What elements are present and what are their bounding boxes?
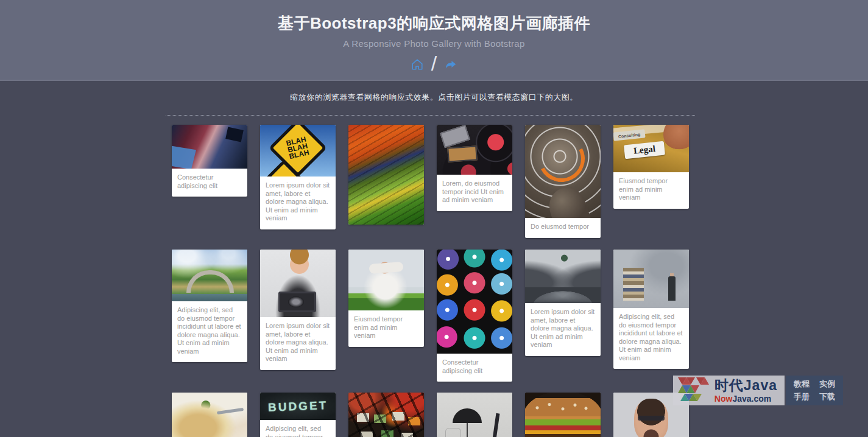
card-caption: Adipiscing elit, sed do eiusmod tempor i… bbox=[260, 420, 336, 437]
header-icon-row: / bbox=[0, 54, 868, 75]
image-blah-road-sign[interactable]: BLAH BLAH BLAH bbox=[260, 125, 336, 177]
card-caption: Eiusmod tempor enim ad minim veniam bbox=[613, 172, 689, 209]
image-boy-with-camera[interactable] bbox=[260, 250, 336, 317]
gallery-card[interactable] bbox=[348, 125, 424, 225]
dotted-divider bbox=[166, 115, 695, 116]
card-caption: Lorem ipsum dolor sit amet, labore et do… bbox=[260, 317, 336, 370]
image-budget-chalkboard[interactable]: BUDGET bbox=[260, 393, 336, 420]
image-jump-over-gap[interactable] bbox=[525, 250, 601, 303]
image-concert-crowd[interactable] bbox=[172, 125, 247, 169]
intro-description: 缩放你的浏览器查看网格的响应式效果。点击图片可以查看模态窗口下的大图。 bbox=[0, 92, 868, 103]
home-icon[interactable] bbox=[411, 58, 424, 71]
page-subtitle: A Responsive Photo Gallery with Bootstra… bbox=[0, 38, 868, 49]
card-caption: Consectetur adipiscing elit bbox=[172, 169, 247, 197]
gallery-card[interactable]: Adipiscing elit, sed do eiusmod tempor i… bbox=[172, 250, 247, 362]
watermark-brand-area[interactable]: 时代Java NowJava.com bbox=[673, 376, 785, 405]
card-caption: Adipiscing elit, sed do eiusmod tempor i… bbox=[172, 301, 247, 362]
gallery-card[interactable]: BLAH BLAH BLAH Lorem ipsum dolor sit ame… bbox=[260, 125, 336, 229]
watermark-site-rest: Java.com bbox=[732, 394, 771, 404]
folder-tab-label: Legal bbox=[624, 141, 665, 159]
image-stone-bridge-landscape[interactable] bbox=[172, 250, 247, 301]
gallery-row-1: Consectetur adipiscing elit BLAH BLAH BL… bbox=[172, 125, 689, 250]
gallery-card[interactable]: Lorem ipsum dolor sit amet, labore et do… bbox=[525, 250, 601, 356]
gallery-row-2: Adipiscing elit, sed do eiusmod tempor i… bbox=[172, 250, 689, 393]
image-man-and-book-stack[interactable] bbox=[613, 250, 689, 308]
image-cheeseburger[interactable] bbox=[525, 393, 601, 437]
image-graffiti-mosaic[interactable] bbox=[348, 393, 424, 437]
card-caption: Consectetur adipiscing elit bbox=[437, 354, 512, 382]
page-title: 基于Bootstrap3的响应式网格图片画廊插件 bbox=[0, 0, 868, 34]
image-pasta-dish[interactable] bbox=[172, 393, 247, 437]
image-finger-touch-rings[interactable] bbox=[525, 125, 601, 218]
watermark-link-download[interactable]: 下载 bbox=[819, 391, 835, 402]
gallery-card[interactable] bbox=[525, 393, 601, 437]
image-man-umbrella-sketch[interactable] bbox=[437, 393, 512, 437]
gallery-grid: Consectetur adipiscing elit BLAH BLAH BL… bbox=[172, 125, 689, 437]
watermark-links: 教程 实例 手册 下载 bbox=[786, 376, 843, 405]
card-caption: Lorem ipsum dolor sit amet, labore et do… bbox=[260, 177, 336, 229]
watermark-link-examples[interactable]: 实例 bbox=[819, 379, 835, 390]
gallery-card[interactable]: Adipiscing elit, sed do eiusmod tempor i… bbox=[613, 250, 689, 369]
umbrella-man bbox=[484, 399, 512, 437]
card-caption: Adipiscing elit, sed do eiusmod tempor i… bbox=[613, 308, 689, 369]
site-watermark: 时代Java NowJava.com 教程 实例 手册 下载 bbox=[673, 376, 843, 405]
gallery-card[interactable] bbox=[437, 393, 512, 437]
folder-tab-secondary: Consulting bbox=[613, 129, 646, 141]
gallery-card[interactable]: Consulting Legal Eiusmod tempor enim ad … bbox=[613, 125, 689, 209]
card-caption: Eiusmod tempor enim ad minim veniam bbox=[348, 310, 424, 347]
gallery-card[interactable]: Consectetur adipiscing elit bbox=[172, 125, 247, 197]
gallery-card[interactable]: Eiusmod tempor enim ad minim veniam bbox=[348, 250, 424, 347]
card-caption: Lorem, do eiusmod tempor incid Ut enim a… bbox=[437, 175, 512, 211]
image-spray-paint-cans[interactable] bbox=[437, 250, 512, 354]
watermark-link-manual[interactable]: 手册 bbox=[794, 391, 810, 402]
card-caption: Do eiusmod tempor bbox=[525, 218, 601, 238]
gallery-row-3: BUDGET Adipiscing elit, sed do eiusmod t… bbox=[172, 393, 689, 437]
watermark-link-tutorials[interactable]: 教程 bbox=[794, 379, 810, 390]
image-colorful-paint-swirls[interactable] bbox=[348, 125, 424, 225]
card-caption: Lorem ipsum dolor sit amet, labore et do… bbox=[525, 303, 601, 356]
gallery-card[interactable] bbox=[348, 393, 424, 437]
image-man-relaxing-field[interactable] bbox=[348, 250, 424, 310]
gallery-card[interactable]: Consectetur adipiscing elit bbox=[437, 250, 512, 382]
watermark-site-now: Now bbox=[715, 394, 733, 404]
icon-divider: / bbox=[431, 52, 437, 75]
watermark-site-url: NowJava.com bbox=[715, 394, 777, 403]
gallery-card[interactable]: Do eiusmod tempor bbox=[525, 125, 601, 238]
page-header: 基于Bootstrap3的响应式网格图片画廊插件 A Responsive Ph… bbox=[0, 0, 868, 81]
share-icon[interactable] bbox=[444, 58, 457, 71]
image-vinyl-records-cassettes[interactable] bbox=[437, 125, 512, 175]
watermark-brand-name: 时代Java bbox=[715, 379, 777, 393]
chalkboard-text: BUDGET bbox=[268, 399, 328, 414]
watermark-text: 时代Java NowJava.com bbox=[715, 379, 777, 403]
gallery-card[interactable]: Lorem, do eiusmod tempor incid Ut enim a… bbox=[437, 125, 512, 211]
sign-text: BLAH BLAH BLAH bbox=[283, 135, 313, 161]
image-legal-folder-tabs[interactable]: Consulting Legal bbox=[613, 125, 689, 172]
chalk-figure bbox=[445, 428, 461, 437]
gallery-card[interactable]: Lorem ipsum dolor sit amet, labore et do… bbox=[260, 250, 336, 370]
gallery-card[interactable] bbox=[172, 393, 247, 437]
nowjava-logo-icon bbox=[678, 377, 710, 404]
gallery-card[interactable]: BUDGET Adipiscing elit, sed do eiusmod t… bbox=[260, 393, 336, 437]
